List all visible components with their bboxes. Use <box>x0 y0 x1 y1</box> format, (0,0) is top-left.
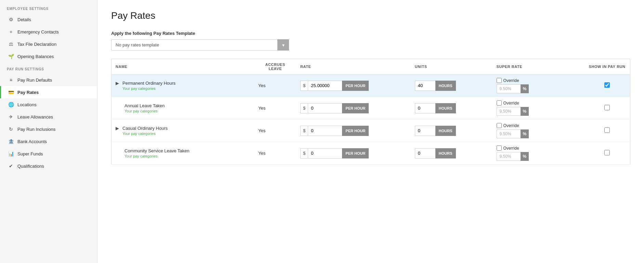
dollar-sign-1: $ <box>300 103 308 113</box>
row-sub-0: Your pay categories <box>122 86 175 91</box>
hours-btn-0[interactable]: HOURS <box>435 81 456 91</box>
accrue-value-0: Yes <box>258 83 265 88</box>
per-hour-btn-1[interactable]: PER HOUR <box>342 103 369 113</box>
override-label-0: Override <box>503 78 519 83</box>
leave-allowances-icon: ✈ <box>8 114 14 120</box>
row-name-3: Community Service Leave Taken <box>124 148 189 153</box>
sidebar-item-label-pay-run-defaults: Pay Run Defaults <box>17 78 52 83</box>
pay-run-inclusions-icon: ↻ <box>8 126 14 132</box>
pay-run-defaults-icon: ≡ <box>8 77 14 83</box>
expand-row-2[interactable]: ▶ <box>116 126 121 131</box>
sidebar-item-label-bank-accounts: Bank Accounts <box>17 139 47 144</box>
locations-icon: 🌐 <box>8 102 14 107</box>
emergency-contacts-icon: + <box>8 29 14 34</box>
override-cb-2[interactable] <box>497 123 502 128</box>
percent-btn-3[interactable]: % <box>521 152 529 161</box>
col-header-name: NAME <box>111 59 254 74</box>
override-label-1: Override <box>503 101 519 106</box>
row-name-0: Permanent Ordinary Hours <box>122 81 175 86</box>
sidebar-item-locations[interactable]: 🌐 Locations <box>0 98 97 111</box>
template-section-label: Apply the following Pay Rates Template <box>111 31 630 36</box>
sidebar-item-label-details: Details <box>17 17 31 22</box>
pay-rates-table: NAME ACCRUES LEAVE RATE UNITS SUPER RATE… <box>111 59 630 165</box>
override-label-2: Override <box>503 123 519 128</box>
sidebar-item-opening-balances[interactable]: 🌱 Opening Balances <box>0 50 97 63</box>
hours-btn-2[interactable]: HOURS <box>435 126 456 136</box>
main-content: Pay Rates Apply the following Pay Rates … <box>97 0 644 263</box>
sidebar-item-bank-accounts[interactable]: 🏦 Bank Accounts <box>0 135 97 148</box>
pay-run-settings-label: PAY RUN SETTINGS <box>0 67 97 74</box>
table-row: Community Service Leave Taken Your pay c… <box>111 142 630 165</box>
template-select[interactable]: No pay rates template <box>111 39 289 51</box>
show-in-run-cb-2[interactable] <box>604 127 610 133</box>
show-in-run-cb-0[interactable] <box>604 82 610 88</box>
row-sub-1: Your pay categories <box>124 109 165 113</box>
page-title: Pay Rates <box>111 10 630 21</box>
super-rate-input-1[interactable] <box>497 107 521 116</box>
sidebar-item-emergency-contacts[interactable]: + Emergency Contacts <box>0 26 97 38</box>
col-header-show: SHOW IN PAY RUN <box>584 59 630 74</box>
employee-settings-label: EMPLOYEE SETTINGS <box>0 7 97 13</box>
units-input-3[interactable] <box>415 148 435 158</box>
sidebar-item-label-super-funds: Super Funds <box>17 151 43 156</box>
sidebar-item-label-opening-balances: Opening Balances <box>17 54 54 59</box>
units-input-1[interactable] <box>415 103 435 113</box>
percent-btn-2[interactable]: % <box>521 129 529 138</box>
tax-file-declaration-icon: ⚖ <box>8 41 14 47</box>
override-cb-1[interactable] <box>497 100 502 106</box>
sidebar-item-pay-rates[interactable]: 💳 Pay Rates <box>0 86 97 98</box>
per-hour-btn-2[interactable]: PER HOUR <box>342 126 369 136</box>
sidebar-item-pay-run-defaults[interactable]: ≡ Pay Run Defaults <box>0 74 97 86</box>
units-input-2[interactable] <box>415 126 435 136</box>
sidebar-item-details[interactable]: ⚙ Details <box>0 13 97 26</box>
percent-btn-1[interactable]: % <box>521 107 529 116</box>
col-header-accrues: ACCRUES LEAVE <box>254 59 296 74</box>
sidebar-item-label-leave-allowances: Leave Allowances <box>17 114 53 120</box>
override-cb-0[interactable] <box>497 78 502 83</box>
bank-accounts-icon: 🏦 <box>8 139 14 144</box>
rate-input-3[interactable] <box>308 148 342 158</box>
hours-btn-1[interactable]: HOURS <box>435 103 456 113</box>
accrue-value-1: Yes <box>258 106 265 111</box>
per-hour-btn-3[interactable]: PER HOUR <box>342 148 369 158</box>
sidebar-item-qualifications[interactable]: ✔ Qualifications <box>0 160 97 172</box>
units-input-0[interactable] <box>415 81 435 91</box>
sidebar-item-tax-file-declaration[interactable]: ⚖ Tax File Declaration <box>0 38 97 50</box>
accrue-value-2: Yes <box>258 128 265 133</box>
override-label-3: Override <box>503 146 519 151</box>
sidebar-item-pay-run-inclusions[interactable]: ↻ Pay Run Inclusions <box>0 123 97 135</box>
qualifications-icon: ✔ <box>8 163 14 169</box>
dollar-sign-3: $ <box>300 148 308 158</box>
rate-input-1[interactable] <box>308 103 342 113</box>
row-sub-3: Your pay categories <box>124 154 189 158</box>
sidebar-item-leave-allowances[interactable]: ✈ Leave Allowances <box>0 111 97 123</box>
details-icon: ⚙ <box>8 17 14 22</box>
row-name-2: Casual Ordinary Hours <box>122 126 168 131</box>
template-select-wrapper: No pay rates template <box>111 39 289 51</box>
sidebar-item-label-tax-file-declaration: Tax File Declaration <box>17 42 56 47</box>
show-in-run-cb-1[interactable] <box>604 105 610 110</box>
expand-row-0[interactable]: ▶ <box>116 81 121 86</box>
col-header-rate: RATE <box>296 59 411 74</box>
sidebar-item-label-locations: Locations <box>17 102 37 107</box>
per-hour-btn-0[interactable]: PER HOUR <box>342 81 369 91</box>
show-in-run-cb-3[interactable] <box>604 150 610 155</box>
super-rate-input-0[interactable] <box>497 84 521 93</box>
dollar-sign-0: $ <box>300 81 308 91</box>
override-cb-3[interactable] <box>497 146 502 151</box>
opening-balances-icon: 🌱 <box>8 54 14 59</box>
col-header-super: SUPER RATE <box>492 59 584 74</box>
super-funds-icon: 📊 <box>8 151 14 156</box>
super-rate-input-2[interactable] <box>497 129 521 138</box>
percent-btn-0[interactable]: % <box>521 84 529 93</box>
sidebar-item-super-funds[interactable]: 📊 Super Funds <box>0 148 97 160</box>
hours-btn-3[interactable]: HOURS <box>435 148 456 158</box>
accrue-value-3: Yes <box>258 151 265 156</box>
rate-input-0[interactable] <box>308 81 342 91</box>
rate-input-2[interactable] <box>308 126 342 136</box>
sidebar-item-label-qualifications: Qualifications <box>17 164 44 169</box>
row-name-1: Annual Leave Taken <box>124 103 165 108</box>
sidebar: EMPLOYEE SETTINGS ⚙ Details + Emergency … <box>0 0 97 263</box>
super-rate-input-3[interactable] <box>497 152 521 161</box>
pay-rates-icon: 💳 <box>8 89 14 95</box>
